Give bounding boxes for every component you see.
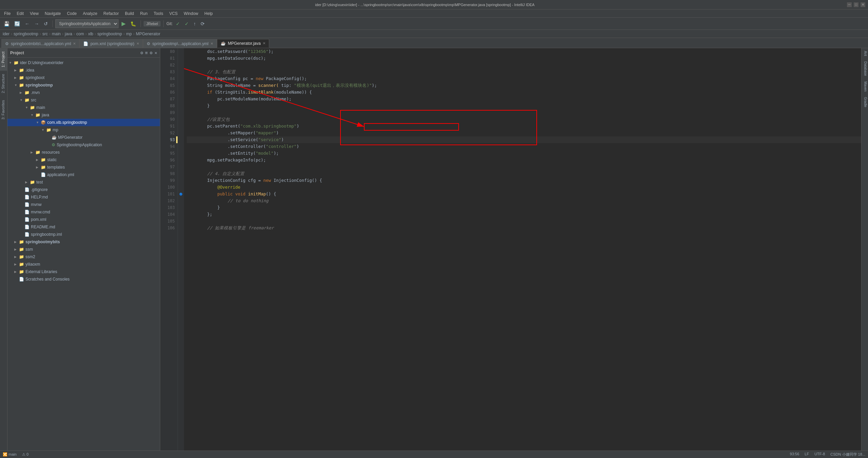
tree-item[interactable]: ▶📁templates [7,164,160,171]
tree-item[interactable]: ▶📁resources [7,149,160,156]
tree-item[interactable]: ▶📁ssm [7,246,160,253]
tab-close-tab4[interactable]: ✕ [263,41,265,45]
menu-item-tools[interactable]: Tools [151,11,166,17]
git-check-button[interactable]: ✓ [174,20,182,27]
project-settings-icon[interactable]: ⚙ [141,50,143,55]
menu-item-help[interactable]: Help [202,11,216,17]
breadcrumb-item-springbootmp[interactable]: springbootmp [97,32,122,36]
tree-item[interactable]: 📄mvnw [7,201,160,208]
minimize-button[interactable]: ─ [847,2,852,7]
structure-tab[interactable]: 2: Structure [0,71,7,97]
menu-item-code[interactable]: Code [64,11,79,17]
sync-button[interactable]: 🔄 [13,20,22,27]
undo-button[interactable]: ↺ [42,20,50,27]
git-update-button[interactable]: ✓ [183,20,190,27]
git-history-button[interactable]: ⟳ [199,20,206,27]
breadcrumb-item-xlb[interactable]: xlb [88,32,93,36]
tree-item[interactable]: ▶📁.mvn [7,89,160,96]
run-config-dropdown[interactable]: SpringbootmybitsApplication [55,19,118,28]
tree-item[interactable]: ▼📁mp [7,126,160,134]
status-bar: 🔀 main ⚠ 0 93:56 LF UTF-8 CSDN 小姗同学 18..… [0,451,868,458]
tree-item[interactable]: ▶📁.idea [7,66,160,74]
breadcrumb-item-src[interactable]: src [42,32,48,36]
maven-tab[interactable]: Maven [862,79,868,94]
menu-item-vcs[interactable]: VCS [167,11,181,17]
tab-tab1[interactable]: ⚙springbootmbits\...application.yml✕ [1,39,79,48]
tree-item[interactable]: ▼📁main [7,104,160,111]
line-number: 92 [160,130,178,136]
tree-item[interactable]: ▶📁static [7,156,160,164]
gutter-icon [178,102,184,109]
database-tab[interactable]: Database [862,59,868,79]
breadcrumb-item-mp[interactable]: mp [126,32,132,36]
tree-item[interactable]: ▼📁java [7,111,160,119]
menu-item-file[interactable]: File [1,11,13,17]
breadcrumb-item-mpgenerator[interactable]: MPGenerator [136,32,160,36]
tree-item[interactable]: ▶📁External Libraries [7,268,160,275]
menu-item-analyze[interactable]: Analyze [80,11,100,17]
tree-item[interactable]: ☕MPGenerator [7,134,160,141]
menu-item-edit[interactable]: Edit [14,11,26,17]
breadcrumb-item-springbootmp[interactable]: springbootmp [14,32,38,36]
tab-tab4[interactable]: ☕MPGenerator.java✕ [217,39,269,48]
save-button[interactable]: 💾 [2,20,11,27]
breadcrumb-item-ider[interactable]: ider [3,32,10,36]
tree-item[interactable]: ▶📁springboot [7,74,160,81]
tree-label: com.xlb.springbootmp [47,120,87,125]
tree-item[interactable]: ⚙SpringbootmpApplication [7,141,160,149]
tab-tab2[interactable]: 📄pom.xml (springbootmp)✕ [79,39,143,48]
git-push-button[interactable]: ↑ [192,20,198,27]
favorites-tab[interactable]: 3: Favorites [0,97,7,123]
tab-icon-tab1: ⚙ [5,41,9,46]
tab-icon-tab2: 📄 [83,41,88,46]
tab-close-tab3[interactable]: ✕ [210,42,213,45]
jrebel-button[interactable]: JRebel [144,21,161,26]
tab-tab3[interactable]: ⚙springbootmp\...application.yml✕ [143,39,217,48]
maximize-button[interactable]: □ [854,2,858,7]
tree-item[interactable]: 📄springbootmp.iml [7,231,160,238]
tree-item[interactable]: 📄Scratches and Consoles [7,275,160,283]
code-line: .setService("service") [187,136,861,143]
gradle-tab[interactable]: Gradle [862,94,868,110]
tree-item[interactable]: ▶📁springbootmybits [7,238,160,246]
menu-item-run[interactable]: Run [137,11,150,17]
breadcrumb-sep: › [95,32,96,36]
tree-item[interactable]: ▼📦com.xlb.springbootmp [7,119,160,126]
tree-item[interactable]: ▼📁springbootmp [7,81,160,89]
project-gear-icon[interactable]: ⚙ [150,50,152,55]
tab-close-tab1[interactable]: ✕ [73,42,76,45]
breadcrumb-item-main[interactable]: main [52,32,61,36]
forward-button[interactable]: → [33,20,41,27]
ant-tab[interactable]: Ant [862,48,868,59]
tree-item[interactable]: ▶📁ssm2 [7,253,160,261]
project-tab[interactable]: 1: Project [0,48,7,71]
debug-button[interactable]: 🐛 [129,20,138,27]
tree-item[interactable]: ▼📁src [7,96,160,104]
tree-item[interactable]: 📄pom.xml [7,216,160,223]
tab-close-tab2[interactable]: ✕ [136,42,139,45]
code-lines[interactable]: dsc.setPassword("123456"); mpg.setDataSo… [184,48,861,451]
menu-item-build[interactable]: Build [122,11,137,17]
menu-item-refactor[interactable]: Refactor [101,11,122,17]
tree-item[interactable]: 📄.gitignore [7,186,160,193]
breadcrumb-item-com[interactable]: com [76,32,84,36]
menu-item-window[interactable]: Window [181,11,201,17]
tree-item[interactable]: 📄README.md [7,223,160,231]
tree-item[interactable]: 📄application.yml [7,171,160,178]
tree-item[interactable]: ▼📁ider D:\zking\xuexin\ider [7,59,160,66]
menu-item-navigate[interactable]: Navigate [42,11,63,17]
project-collapse-icon[interactable]: ≡ [145,50,148,55]
back-button[interactable]: ← [23,20,31,27]
tree-arrow: ▶ [14,248,19,251]
tree-item[interactable]: ▶📁yiliaoxm [7,261,160,268]
project-close-icon[interactable]: ✕ [154,50,157,55]
line-number: 95 [160,150,178,157]
breadcrumb-item-java[interactable]: java [65,32,72,36]
gutter-icon [178,69,184,75]
run-button[interactable]: ▶ [120,19,127,28]
menu-item-view[interactable]: View [27,11,41,17]
tree-item[interactable]: 📄mvnw.cmd [7,208,160,216]
tree-item[interactable]: 📄HELP.md [7,193,160,201]
close-button[interactable]: ✕ [861,2,865,7]
tree-item[interactable]: ▶📁test [7,178,160,186]
